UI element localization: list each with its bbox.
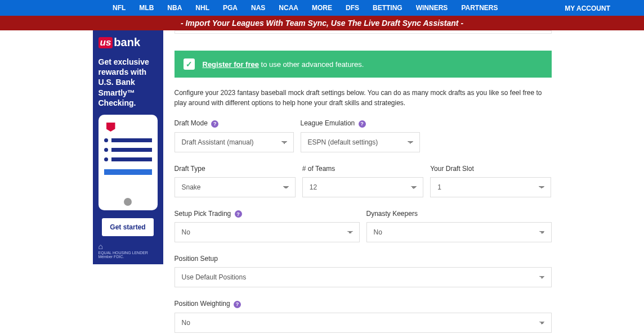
nav-betting[interactable]: BETTING	[373, 4, 402, 12]
select-pick-trading[interactable]: No	[175, 222, 360, 242]
nav-nas[interactable]: NAS	[251, 4, 265, 12]
nav-nba[interactable]: NBA	[167, 4, 182, 12]
ad-footer: ⌂ EQUAL HOUSING LENDER Member FDIC.	[99, 242, 158, 259]
announcement-bar: - Import Your Leagues With Team Sync, Us…	[0, 16, 644, 30]
help-icon[interactable]: ?	[235, 210, 242, 218]
shield-icon	[106, 123, 115, 132]
nav-mlb[interactable]: MLB	[139, 4, 154, 12]
phone-home-icon	[124, 198, 132, 206]
ad-cta-button[interactable]: Get started	[102, 218, 153, 236]
register-link[interactable]: Register for free	[203, 60, 259, 69]
ad-logo-bank: bank	[114, 36, 140, 49]
nav-pga[interactable]: PGA	[223, 4, 238, 12]
topnav-right: MY ACCOUNT	[565, 4, 621, 12]
ad-phone-illustration	[99, 115, 158, 210]
select-draft-mode[interactable]: Draft Assistant (manual)	[175, 132, 294, 152]
nav-nhl[interactable]: NHL	[195, 4, 209, 12]
select-position-setup[interactable]: Use Default Positions	[175, 267, 552, 287]
select-num-teams[interactable]: 12	[302, 177, 423, 197]
select-league-emulation[interactable]: ESPN (default settings)	[301, 132, 420, 152]
banner-rest: to use other advanced features.	[259, 60, 364, 69]
label-league-emulation: League Emulation ?	[301, 119, 420, 128]
label-draft-slot: Your Draft Slot	[430, 165, 551, 173]
topnav-left: NFL MLB NBA NHL PGA NAS NCAA MORE DFS BE…	[113, 4, 498, 12]
register-banner: ✓ Register for free to use other advance…	[175, 51, 552, 78]
main-content: ✓ Register for free to use other advance…	[175, 30, 552, 334]
check-icon: ✓	[184, 58, 195, 70]
field-league-emulation: League Emulation ? ESPN (default setting…	[301, 119, 420, 152]
my-account-link[interactable]: MY ACCOUNT	[565, 4, 610, 12]
field-num-teams: # of Teams 12	[302, 165, 423, 197]
select-dynasty-keepers[interactable]: No	[366, 222, 552, 242]
field-draft-mode: Draft Mode ? Draft Assistant (manual)	[175, 119, 294, 152]
nav-winners[interactable]: WINNERS	[416, 4, 448, 12]
banner-text: Register for free to use other advanced …	[203, 60, 364, 69]
label-position-weighting: Position Weighting ?	[175, 300, 552, 308]
help-icon[interactable]: ?	[211, 120, 218, 128]
ad-logo: usbank	[99, 36, 158, 49]
select-position-weighting[interactable]: No	[175, 313, 552, 333]
label-dynasty-keepers: Dynasty Keepers	[366, 210, 552, 218]
ad-logo-us: us	[99, 37, 113, 48]
top-nav: NFL MLB NBA NHL PGA NAS NCAA MORE DFS BE…	[0, 0, 644, 16]
usbank-ad[interactable]: usbank Get exclusive rewards with U.S. B…	[93, 30, 163, 264]
nav-partners[interactable]: PARTNERS	[461, 4, 498, 12]
nav-nfl[interactable]: NFL	[113, 4, 126, 12]
select-draft-slot[interactable]: 1	[430, 177, 551, 197]
field-position-setup: Position Setup Use Default Positions	[175, 255, 552, 287]
select-draft-type[interactable]: Snake	[175, 177, 296, 197]
label-num-teams: # of Teams	[302, 165, 423, 173]
label-draft-type: Draft Type	[175, 165, 296, 173]
nav-more[interactable]: MORE	[312, 4, 332, 12]
field-draft-type: Draft Type Snake	[175, 165, 296, 197]
label-pick-trading: Setup Pick Trading ?	[175, 210, 360, 218]
label-draft-mode: Draft Mode ?	[175, 119, 294, 128]
nav-dfs[interactable]: DFS	[346, 4, 359, 12]
field-draft-slot: Your Draft Slot 1	[430, 165, 551, 197]
equal-housing-icon: ⌂	[99, 242, 158, 251]
field-dynasty-keepers: Dynasty Keepers No	[366, 210, 552, 243]
help-icon[interactable]: ?	[234, 301, 241, 308]
intro-text: Configure your 2023 fantasy baseball moc…	[175, 88, 552, 108]
collapsed-panel	[175, 30, 552, 34]
label-position-setup: Position Setup	[175, 255, 552, 263]
field-pick-trading: Setup Pick Trading ? No	[175, 210, 360, 243]
nav-ncaa[interactable]: NCAA	[279, 4, 298, 12]
field-position-weighting: Position Weighting ? No	[175, 300, 552, 333]
help-icon[interactable]: ?	[359, 120, 366, 128]
ad-copy: Get exclusive rewards with U.S. Bank Sma…	[99, 57, 158, 108]
sidebar-ad-slot: usbank Get exclusive rewards with U.S. B…	[93, 30, 163, 334]
